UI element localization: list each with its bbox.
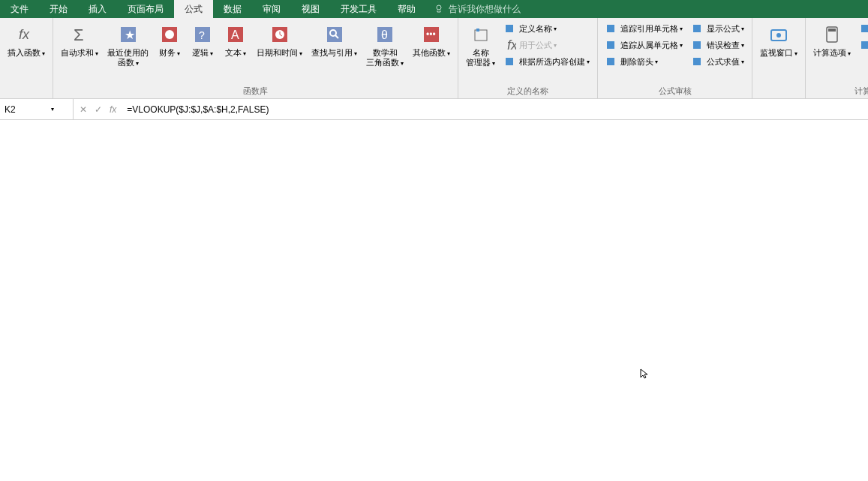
- svg-rect-22: [506, 58, 513, 65]
- ribbon-btn-label: 数学和 三角函数▾: [366, 48, 404, 68]
- error-icon: [692, 39, 704, 51]
- svg-text:•••: •••: [426, 29, 436, 40]
- svg-rect-34: [861, 41, 868, 49]
- watch-icon: [767, 23, 791, 47]
- ribbon-group-3: 追踪引用单元格▾追踪从属单元格▾删除箭头▾显示公式▾错误检查▾公式求值▾公式审核: [598, 18, 752, 98]
- ribbon-small-显示公式[interactable]: 显示公式▾: [689, 21, 747, 36]
- btn-label: 追踪从属单元格: [620, 40, 678, 51]
- ribbon-btn-watch[interactable]: 监视窗口▾: [757, 21, 800, 59]
- ribbon-small-公式求值[interactable]: 公式求值▾: [689, 54, 747, 69]
- ribbon-btn-more[interactable]: •••其他函数▾: [410, 21, 453, 59]
- svg-rect-28: [693, 58, 701, 65]
- ribbon-btn-label: 名称 管理器▾: [466, 48, 495, 68]
- calc2-icon: [860, 23, 868, 35]
- remove-icon: [605, 56, 617, 68]
- ribbon-small-根据所选内容创建[interactable]: 根据所选内容创建▾: [501, 54, 593, 69]
- menu-数据[interactable]: 数据: [213, 0, 252, 18]
- ribbon-btn-star[interactable]: ★最近使用的 函数▾: [104, 21, 152, 69]
- ribbon-btn-fx[interactable]: fx插入函数▾: [5, 21, 48, 59]
- ribbon-group-label: 公式审核: [602, 84, 747, 97]
- eval-icon: [692, 56, 704, 68]
- ribbon-small-追踪从属单元格[interactable]: 追踪从属单元格▾: [602, 38, 686, 53]
- name-box-dropdown-icon[interactable]: ▾: [51, 106, 54, 113]
- svg-text:θ: θ: [381, 29, 388, 41]
- ribbon-group-label: 定义的名称: [463, 84, 593, 97]
- menu-页面布局[interactable]: 页面布局: [117, 0, 174, 18]
- ribbon-btn-calc[interactable]: 计算选项▾: [810, 21, 854, 59]
- lightbulb-icon: [434, 4, 444, 14]
- ribbon-small-定义名称[interactable]: 定义名称▾: [501, 21, 593, 36]
- menu-帮助[interactable]: 帮助: [387, 0, 426, 18]
- tell-me[interactable]: 告诉我你想做什么: [434, 3, 521, 16]
- ribbon-btn-sigma[interactable]: Σ自动求和▾: [58, 21, 101, 59]
- ribbon-btn-label: 财务▾: [159, 48, 180, 58]
- svg-text:A: A: [231, 29, 239, 41]
- cancel-formula-icon[interactable]: ✕: [80, 104, 87, 115]
- logic-icon: ?: [191, 23, 215, 47]
- svg-rect-33: [861, 25, 868, 32]
- name-box-input[interactable]: [5, 104, 50, 115]
- ribbon-btn-money[interactable]: 财务▾: [155, 21, 185, 59]
- ribbon-btn-text[interactable]: A文本▾: [221, 21, 251, 59]
- search-icon: [323, 23, 347, 47]
- btn-label: 显示公式: [707, 23, 740, 35]
- trace2-icon: [605, 39, 617, 51]
- ribbon-btn-name[interactable]: 名称 管理器▾: [463, 21, 498, 69]
- confirm-formula-icon[interactable]: ✓: [95, 104, 102, 115]
- btn-label: 根据所选内容创建: [519, 56, 585, 68]
- ribbon-small-删除箭头[interactable]: 删除箭头▾: [602, 54, 686, 69]
- ribbon-small-开始计算[interactable]: 开始计算▾: [857, 21, 868, 36]
- ribbon-btn-label: 监视窗口▾: [760, 48, 797, 58]
- ribbon-small-计算工作[interactable]: 计算工作▾: [857, 38, 868, 53]
- ribbon-btn-label: 计算选项▾: [813, 48, 851, 58]
- ribbon-group-label: 计算: [810, 84, 868, 97]
- svg-rect-25: [607, 58, 614, 65]
- more-icon: •••: [419, 23, 443, 47]
- formula-input[interactable]: [122, 104, 868, 115]
- ribbon-btn-label: 逻辑▾: [192, 48, 213, 58]
- menu-审阅[interactable]: 审阅: [252, 0, 291, 18]
- name-icon: [469, 23, 493, 47]
- ribbon-btn-search[interactable]: 查找与引用▾: [308, 21, 360, 59]
- ribbon-group-1: Σ自动求和▾★最近使用的 函数▾财务▾?逻辑▾A文本▾日期和时间▾查找与引用▾θ…: [53, 18, 458, 98]
- btn-label: 追踪引用单元格: [620, 23, 678, 35]
- svg-rect-26: [693, 25, 701, 32]
- svg-rect-13: [327, 27, 342, 42]
- ribbon-group-5: 计算选项▾开始计算▾计算工作▾计算: [806, 18, 868, 98]
- ribbon-small-追踪引用单元格[interactable]: 追踪引用单元格▾: [602, 21, 686, 36]
- menu-开发工具[interactable]: 开发工具: [330, 0, 387, 18]
- ribbon-small-错误检查[interactable]: 错误检查▾: [689, 38, 747, 53]
- svg-point-0: [437, 5, 441, 10]
- menu-插入[interactable]: 插入: [78, 0, 117, 18]
- menu-文件[interactable]: 文件: [0, 0, 39, 18]
- ribbon: fx插入函数▾Σ自动求和▾★最近使用的 函数▾财务▾?逻辑▾A文本▾日期和时间▾…: [0, 18, 868, 99]
- svg-rect-20: [506, 25, 513, 32]
- ribbon-small-用于公式: fx用于公式▾: [501, 38, 593, 53]
- svg-rect-32: [828, 29, 836, 32]
- ribbon-btn-logic[interactable]: ?逻辑▾: [188, 21, 218, 59]
- ribbon-btn-theta[interactable]: θ数学和 三角函数▾: [363, 21, 407, 69]
- menu-开始[interactable]: 开始: [39, 0, 78, 18]
- svg-text:?: ?: [199, 29, 205, 41]
- fx-icon[interactable]: fx: [110, 104, 116, 115]
- svg-text:fx: fx: [19, 27, 30, 42]
- menu-bar: 文件开始插入页面布局公式数据审阅视图开发工具帮助 告诉我你想做什么: [0, 0, 868, 18]
- ribbon-btn-clock[interactable]: 日期和时间▾: [254, 21, 305, 59]
- svg-point-6: [165, 30, 174, 39]
- svg-text:★: ★: [125, 29, 135, 41]
- svg-text:Σ: Σ: [74, 26, 84, 44]
- ribbon-btn-label: 自动求和▾: [61, 48, 98, 58]
- name-box[interactable]: ▾: [0, 99, 74, 119]
- svg-rect-19: [475, 30, 487, 41]
- menu-公式[interactable]: 公式: [174, 0, 213, 18]
- svg-rect-23: [607, 25, 614, 32]
- ribbon-group-label: 函数库: [58, 84, 453, 97]
- calc3-icon: [860, 39, 868, 51]
- btn-label: 错误检查: [707, 40, 740, 51]
- ribbon-btn-label: 最近使用的 函数▾: [107, 48, 149, 68]
- star-icon: ★: [116, 23, 140, 47]
- formula-bar: ▾ ✕ ✓ fx: [0, 99, 868, 120]
- menu-视图[interactable]: 视图: [291, 0, 330, 18]
- fx-icon: fx: [504, 39, 516, 51]
- theta-icon: θ: [373, 23, 397, 47]
